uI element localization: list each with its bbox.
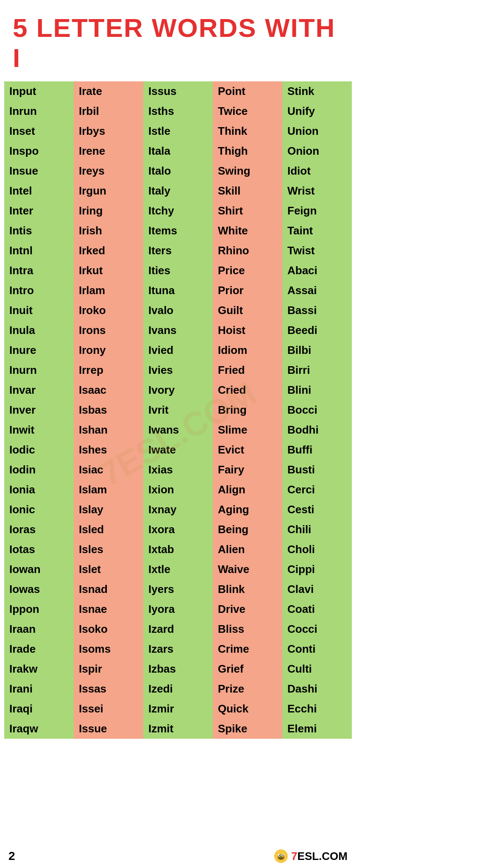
list-item: Prior [213,281,282,300]
list-item: Crime [213,639,282,659]
list-item: Ispir [74,659,143,679]
logo-accent: 7 [291,850,297,862]
list-item: Iwate [143,440,213,460]
list-item: Isbas [74,400,143,420]
list-item: Intel [4,181,74,201]
list-item: Isths [143,101,213,121]
list-item: Isaac [74,380,143,400]
list-item: Izedi [143,679,213,699]
list-item: Price [213,261,282,281]
list-item: Drive [213,599,282,619]
list-item: Ivalo [143,300,213,320]
list-item: Irbys [74,121,143,141]
list-item: Conti [282,639,352,659]
list-item: Alien [213,540,282,559]
list-item: Intnl [4,241,74,261]
list-item: Cesti [282,500,352,520]
list-item: Ionia [4,480,74,500]
list-item: Inset [4,121,74,141]
list-item: Taint [282,221,352,241]
list-item: Ivied [143,340,213,360]
list-item: Clavi [282,579,352,599]
list-item: Cried [213,380,282,400]
list-item: Bodhi [282,420,352,440]
list-item: Cocci [282,619,352,639]
list-item: Ecchi [282,699,352,719]
list-item: Elemi [282,719,352,739]
list-item: Irate [74,81,143,101]
list-item: Waive [213,559,282,579]
list-item: Ishan [74,420,143,440]
list-item: Iwans [143,420,213,440]
list-item: Invar [4,380,74,400]
list-item: Being [213,520,282,540]
list-item: Isoms [74,639,143,659]
list-item: Point [213,81,282,101]
list-item: Islay [74,500,143,520]
list-item: Islet [74,559,143,579]
page-title: 5 LETTER WORDS WITH I [13,13,343,73]
list-item: Unify [282,101,352,121]
list-item: Items [143,221,213,241]
list-item: Iowan [4,559,74,579]
list-item: Idiot [282,161,352,181]
list-item: Ixora [143,520,213,540]
list-item: Hoist [213,320,282,340]
list-item: Ixtle [143,559,213,579]
list-item: Insue [4,161,74,181]
list-item: Ities [143,261,213,281]
list-item: Itchy [143,201,213,221]
list-item: Culti [282,659,352,679]
list-item: Assai [282,281,352,300]
list-item: Input [4,81,74,101]
list-item: Inver [4,400,74,420]
column-4: PointTwiceThinkThighSwingSkillShirtWhite… [213,81,282,739]
svg-point-4 [279,855,280,856]
list-item: Isiac [74,460,143,480]
page-number: 2 [8,849,15,863]
list-item: Intra [4,261,74,281]
list-item: Swing [213,161,282,181]
list-item: Onion [282,141,352,161]
list-item: Iring [74,201,143,221]
list-item: Ionic [4,500,74,520]
list-item: Fairy [213,460,282,480]
list-item: Bring [213,400,282,420]
list-item: Inuit [4,300,74,320]
list-item: Issue [74,719,143,739]
list-item: Izbas [143,659,213,679]
list-item: Buffi [282,440,352,460]
list-item: Iyers [143,579,213,599]
list-item: Think [213,121,282,141]
column-5: StinkUnifyUnionOnionIdiotWristFeignTaint… [282,81,352,739]
list-item: Coati [282,599,352,619]
list-item: Ishes [74,440,143,460]
column-1: InputInrunInsetInspoInsueIntelInterIntis… [4,81,74,739]
list-item: Iowas [4,579,74,599]
list-item: Ixion [143,480,213,500]
list-item: Irani [4,679,74,699]
list-item: Irkut [74,261,143,281]
list-item: Ioras [4,520,74,540]
list-item: Izmit [143,719,213,739]
list-item: Irish [74,221,143,241]
list-item: Iotas [4,540,74,559]
logo-text: 7ESL.COM [291,850,348,863]
list-item: Blink [213,579,282,599]
list-item: Bilbi [282,340,352,360]
list-item: Cerci [282,480,352,500]
list-item: Slime [213,420,282,440]
list-item: Bocci [282,400,352,420]
list-item: Twice [213,101,282,121]
list-item: Italy [143,181,213,201]
list-item: Irked [74,241,143,261]
list-item: Choli [282,540,352,559]
list-item: Ixias [143,460,213,480]
list-item: Ituna [143,281,213,300]
list-item: Twist [282,241,352,261]
list-item: Inwit [4,420,74,440]
list-item: Ivory [143,380,213,400]
list-item: Intis [4,221,74,241]
footer-logo: 7ESL.COM [273,849,348,864]
list-item: Isled [74,520,143,540]
